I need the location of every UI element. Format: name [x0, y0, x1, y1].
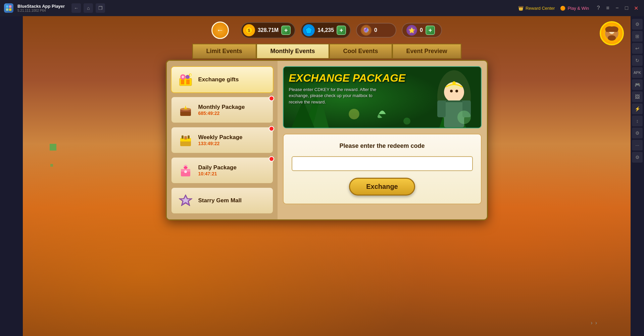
starry-gem-mall-name: Starry Gem Mall	[198, 197, 242, 204]
exchange-gifts-icon: ★	[177, 71, 194, 88]
reward-center-button[interactable]: 👑 Reward Center	[518, 6, 555, 11]
right-sidebar: ⚙ ⊞ ↩ ↻ APK 🎮 🖼 ⚡ ↕ ⚙ ··· ⚙	[631, 16, 644, 336]
svg-rect-3	[9, 8, 11, 11]
daily-package-timer: 10:47:21	[198, 171, 237, 176]
maximize-button[interactable]: □	[623, 4, 631, 12]
profile-avatar[interactable]	[600, 21, 624, 45]
svg-text:$: $	[248, 28, 250, 33]
add-coins-button[interactable]: +	[281, 26, 291, 35]
svg-point-9	[608, 35, 616, 41]
sidebar-icon-layout[interactable]: ⊞	[632, 31, 643, 42]
menu-item-starry-gem-mall[interactable]: Starry Gem Mall	[171, 187, 274, 214]
monthly-package-icon	[177, 101, 194, 119]
svg-rect-45	[446, 100, 462, 102]
character-illustration	[407, 67, 481, 128]
sidebar-icon-refresh[interactable]: ↻	[632, 55, 643, 66]
gem-icon	[303, 24, 315, 36]
monthly-package-timer: 685:49:22	[198, 111, 245, 116]
app-title-group: BlueStacks App Player 5.21.111.1002 P64	[17, 4, 65, 12]
weekly-package-name: Weekly Package	[198, 134, 243, 141]
menu-item-daily-package[interactable]: Daily Package 10:47:21	[171, 157, 274, 184]
add-resource2-button[interactable]: +	[426, 26, 435, 35]
resource1-value: 0	[374, 27, 377, 33]
weekly-package-dot	[269, 126, 274, 131]
title-bar: BlueStacks App Player 5.21.111.1002 P64 …	[0, 0, 644, 16]
redeem-label: Please enter the redeem code	[339, 142, 425, 150]
sidebar-icon-game[interactable]: 🎮	[632, 79, 643, 90]
app-version: 5.21.111.1002 P64	[17, 9, 65, 12]
svg-point-43	[455, 90, 458, 92]
exchange-banner-text: EXCHANGE PACKAGE Please enter CDKEY for …	[289, 72, 414, 105]
weekly-package-icon	[177, 131, 194, 149]
exchange-package-description: Please enter CDKEY for the reward. After…	[289, 87, 414, 105]
starry-gem-mall-text: Starry Gem Mall	[198, 197, 242, 204]
coins-value: 328.71M	[258, 27, 279, 33]
sidebar-icon-resize[interactable]: ↕	[632, 116, 643, 126]
close-button[interactable]: ✕	[632, 4, 640, 12]
titlebar-nav: ← ⌂ ❐	[71, 3, 105, 13]
svg-rect-24	[188, 135, 190, 139]
menu-button[interactable]: ≡	[604, 4, 612, 12]
home-nav-button[interactable]: ⌂	[84, 3, 93, 13]
window-controls: ? ≡ − □ ✕	[594, 4, 640, 12]
svg-marker-6	[305, 27, 312, 34]
redeem-code-input[interactable]	[292, 156, 473, 171]
svg-point-44	[452, 81, 456, 85]
menu-item-monthly-package[interactable]: Monthly Package 685:49:22	[171, 96, 274, 123]
tab-event-preview[interactable]: Event Preview	[392, 44, 461, 59]
game-area: ← $ 328.71M + 14,235 +	[23, 16, 631, 336]
tab-limit-events[interactable]: Limit Events	[192, 44, 256, 59]
exchange-button[interactable]: Exchange	[349, 178, 415, 196]
weekly-package-timer: 133:49:22	[198, 141, 243, 146]
resource1-icon: 🔮	[361, 25, 371, 36]
green-decoration-1	[50, 144, 56, 151]
gems-bar: 14,235 +	[301, 22, 351, 38]
arrow-deco-1: ›	[591, 320, 592, 326]
sidebar-icon-gear[interactable]: ⚙	[632, 128, 643, 138]
sidebar-icon-screenshot[interactable]: 🖼	[632, 91, 643, 102]
sidebar-icon-back[interactable]: ↩	[632, 43, 643, 54]
sidebar-icon-flash[interactable]: ⚡	[632, 103, 643, 114]
play-win-button[interactable]: 🟠 Play & Win	[560, 6, 589, 11]
minimize-button[interactable]: −	[613, 4, 621, 12]
svg-rect-11	[181, 80, 184, 84]
menu-item-exchange-gifts[interactable]: ★ Exchange gifts	[171, 66, 274, 93]
redeem-section: Please enter the redeem code Exchange	[283, 134, 482, 204]
resource1-bar: 🔮 0	[356, 23, 396, 38]
arrow-deco-2: ›	[595, 320, 597, 326]
monthly-package-dot	[269, 96, 274, 101]
app-name: BlueStacks App Player	[17, 4, 65, 9]
svg-point-28	[184, 170, 187, 173]
exchange-package-title: EXCHANGE PACKAGE	[289, 72, 414, 84]
help-button[interactable]: ?	[594, 4, 602, 12]
add-gems-button[interactable]: +	[337, 26, 346, 35]
coin-icon: $	[243, 24, 255, 36]
svg-rect-46	[437, 100, 446, 117]
svg-rect-2	[6, 8, 8, 11]
tab-navigation: Limit Events Monthly Events Cool Events …	[192, 44, 461, 59]
menu-item-weekly-package[interactable]: Weekly Package 133:49:22	[171, 127, 274, 154]
svg-rect-0	[6, 5, 8, 8]
resource2-icon: ⭐	[406, 25, 417, 36]
back-nav-button[interactable]: ←	[71, 3, 81, 13]
sidebar-icon-settings[interactable]: ⚙	[632, 19, 643, 30]
weekly-package-text: Weekly Package 133:49:22	[198, 134, 243, 146]
svg-rect-23	[182, 135, 184, 139]
daily-package-dot	[269, 156, 274, 162]
svg-point-37	[349, 109, 359, 120]
sidebar-icon-apk[interactable]: APK	[632, 67, 643, 78]
exchange-gifts-name: Exchange gifts	[198, 76, 239, 83]
daily-package-name: Daily Package	[198, 164, 237, 171]
arrow-decorations: › ›	[591, 320, 597, 326]
windows-nav-button[interactable]: ❐	[96, 3, 105, 13]
starry-gem-mall-icon	[177, 192, 194, 209]
tab-cool-events[interactable]: Cool Events	[329, 44, 392, 59]
svg-point-42	[450, 90, 453, 92]
sidebar-icon-config[interactable]: ⚙	[632, 152, 643, 163]
resource2-bar: ⭐ 0 +	[402, 23, 442, 38]
crown-icon: 👑	[518, 6, 524, 11]
sidebar-icon-more[interactable]: ···	[632, 140, 643, 151]
game-back-button[interactable]: ←	[211, 22, 229, 39]
tab-monthly-events[interactable]: Monthly Events	[256, 44, 329, 59]
play-icon: 🟠	[560, 6, 565, 11]
